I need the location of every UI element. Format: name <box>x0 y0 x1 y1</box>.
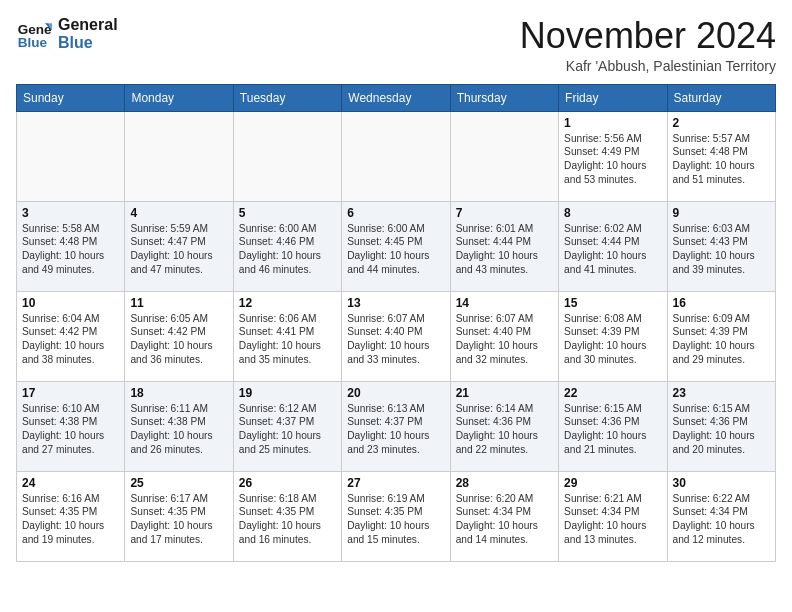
weekday-saturday: Saturday <box>667 84 775 111</box>
title-area: November 2024 Kafr 'Abbush, Palestinian … <box>520 16 776 74</box>
calendar-cell: 14Sunrise: 6:07 AM Sunset: 4:40 PM Dayli… <box>450 291 558 381</box>
calendar-cell: 9Sunrise: 6:03 AM Sunset: 4:43 PM Daylig… <box>667 201 775 291</box>
calendar-cell: 10Sunrise: 6:04 AM Sunset: 4:42 PM Dayli… <box>17 291 125 381</box>
day-info: Sunrise: 6:10 AM Sunset: 4:38 PM Dayligh… <box>22 402 119 457</box>
location: Kafr 'Abbush, Palestinian Territory <box>520 58 776 74</box>
calendar-cell: 28Sunrise: 6:20 AM Sunset: 4:34 PM Dayli… <box>450 471 558 561</box>
day-info: Sunrise: 6:07 AM Sunset: 4:40 PM Dayligh… <box>347 312 444 367</box>
day-info: Sunrise: 6:00 AM Sunset: 4:46 PM Dayligh… <box>239 222 336 277</box>
day-number: 30 <box>673 476 770 490</box>
day-number: 26 <box>239 476 336 490</box>
logo-icon: General Blue <box>16 16 52 52</box>
calendar-row-0: 1Sunrise: 5:56 AM Sunset: 4:49 PM Daylig… <box>17 111 776 201</box>
calendar-row-2: 10Sunrise: 6:04 AM Sunset: 4:42 PM Dayli… <box>17 291 776 381</box>
day-number: 9 <box>673 206 770 220</box>
day-info: Sunrise: 6:18 AM Sunset: 4:35 PM Dayligh… <box>239 492 336 547</box>
day-number: 28 <box>456 476 553 490</box>
calendar-cell: 23Sunrise: 6:15 AM Sunset: 4:36 PM Dayli… <box>667 381 775 471</box>
day-number: 19 <box>239 386 336 400</box>
calendar-cell: 1Sunrise: 5:56 AM Sunset: 4:49 PM Daylig… <box>559 111 667 201</box>
weekday-sunday: Sunday <box>17 84 125 111</box>
day-info: Sunrise: 6:05 AM Sunset: 4:42 PM Dayligh… <box>130 312 227 367</box>
day-info: Sunrise: 6:14 AM Sunset: 4:36 PM Dayligh… <box>456 402 553 457</box>
day-number: 3 <box>22 206 119 220</box>
calendar-cell: 29Sunrise: 6:21 AM Sunset: 4:34 PM Dayli… <box>559 471 667 561</box>
weekday-wednesday: Wednesday <box>342 84 450 111</box>
calendar-cell: 7Sunrise: 6:01 AM Sunset: 4:44 PM Daylig… <box>450 201 558 291</box>
calendar-cell: 6Sunrise: 6:00 AM Sunset: 4:45 PM Daylig… <box>342 201 450 291</box>
day-number: 20 <box>347 386 444 400</box>
day-number: 16 <box>673 296 770 310</box>
calendar-cell: 22Sunrise: 6:15 AM Sunset: 4:36 PM Dayli… <box>559 381 667 471</box>
day-info: Sunrise: 6:16 AM Sunset: 4:35 PM Dayligh… <box>22 492 119 547</box>
day-number: 18 <box>130 386 227 400</box>
day-info: Sunrise: 6:19 AM Sunset: 4:35 PM Dayligh… <box>347 492 444 547</box>
day-number: 25 <box>130 476 227 490</box>
calendar-cell: 17Sunrise: 6:10 AM Sunset: 4:38 PM Dayli… <box>17 381 125 471</box>
day-info: Sunrise: 6:00 AM Sunset: 4:45 PM Dayligh… <box>347 222 444 277</box>
day-info: Sunrise: 6:08 AM Sunset: 4:39 PM Dayligh… <box>564 312 661 367</box>
calendar-table: SundayMondayTuesdayWednesdayThursdayFrid… <box>16 84 776 562</box>
day-info: Sunrise: 6:01 AM Sunset: 4:44 PM Dayligh… <box>456 222 553 277</box>
logo-text-general: General <box>58 16 118 34</box>
calendar-cell <box>233 111 341 201</box>
day-number: 2 <box>673 116 770 130</box>
day-info: Sunrise: 6:21 AM Sunset: 4:34 PM Dayligh… <box>564 492 661 547</box>
day-info: Sunrise: 6:13 AM Sunset: 4:37 PM Dayligh… <box>347 402 444 457</box>
calendar-cell: 3Sunrise: 5:58 AM Sunset: 4:48 PM Daylig… <box>17 201 125 291</box>
day-info: Sunrise: 6:15 AM Sunset: 4:36 PM Dayligh… <box>564 402 661 457</box>
day-info: Sunrise: 6:15 AM Sunset: 4:36 PM Dayligh… <box>673 402 770 457</box>
day-info: Sunrise: 5:58 AM Sunset: 4:48 PM Dayligh… <box>22 222 119 277</box>
day-number: 21 <box>456 386 553 400</box>
day-number: 6 <box>347 206 444 220</box>
day-number: 11 <box>130 296 227 310</box>
day-info: Sunrise: 5:59 AM Sunset: 4:47 PM Dayligh… <box>130 222 227 277</box>
calendar-cell <box>342 111 450 201</box>
calendar-cell: 16Sunrise: 6:09 AM Sunset: 4:39 PM Dayli… <box>667 291 775 381</box>
calendar-cell: 18Sunrise: 6:11 AM Sunset: 4:38 PM Dayli… <box>125 381 233 471</box>
day-info: Sunrise: 6:03 AM Sunset: 4:43 PM Dayligh… <box>673 222 770 277</box>
calendar-row-3: 17Sunrise: 6:10 AM Sunset: 4:38 PM Dayli… <box>17 381 776 471</box>
day-info: Sunrise: 6:06 AM Sunset: 4:41 PM Dayligh… <box>239 312 336 367</box>
calendar-cell: 8Sunrise: 6:02 AM Sunset: 4:44 PM Daylig… <box>559 201 667 291</box>
day-info: Sunrise: 6:02 AM Sunset: 4:44 PM Dayligh… <box>564 222 661 277</box>
day-number: 24 <box>22 476 119 490</box>
day-info: Sunrise: 6:22 AM Sunset: 4:34 PM Dayligh… <box>673 492 770 547</box>
day-number: 4 <box>130 206 227 220</box>
day-info: Sunrise: 6:09 AM Sunset: 4:39 PM Dayligh… <box>673 312 770 367</box>
day-info: Sunrise: 6:11 AM Sunset: 4:38 PM Dayligh… <box>130 402 227 457</box>
day-number: 23 <box>673 386 770 400</box>
calendar-cell: 20Sunrise: 6:13 AM Sunset: 4:37 PM Dayli… <box>342 381 450 471</box>
day-number: 5 <box>239 206 336 220</box>
calendar-cell: 12Sunrise: 6:06 AM Sunset: 4:41 PM Dayli… <box>233 291 341 381</box>
day-number: 17 <box>22 386 119 400</box>
day-info: Sunrise: 6:17 AM Sunset: 4:35 PM Dayligh… <box>130 492 227 547</box>
day-number: 12 <box>239 296 336 310</box>
calendar-cell: 30Sunrise: 6:22 AM Sunset: 4:34 PM Dayli… <box>667 471 775 561</box>
weekday-header-row: SundayMondayTuesdayWednesdayThursdayFrid… <box>17 84 776 111</box>
day-number: 15 <box>564 296 661 310</box>
day-number: 7 <box>456 206 553 220</box>
day-number: 13 <box>347 296 444 310</box>
calendar-cell <box>125 111 233 201</box>
svg-text:Blue: Blue <box>18 35 48 50</box>
weekday-tuesday: Tuesday <box>233 84 341 111</box>
day-info: Sunrise: 5:57 AM Sunset: 4:48 PM Dayligh… <box>673 132 770 187</box>
calendar-cell: 11Sunrise: 6:05 AM Sunset: 4:42 PM Dayli… <box>125 291 233 381</box>
header: General Blue General Blue November 2024 … <box>16 16 776 74</box>
calendar-cell: 19Sunrise: 6:12 AM Sunset: 4:37 PM Dayli… <box>233 381 341 471</box>
calendar-cell: 2Sunrise: 5:57 AM Sunset: 4:48 PM Daylig… <box>667 111 775 201</box>
day-info: Sunrise: 6:20 AM Sunset: 4:34 PM Dayligh… <box>456 492 553 547</box>
day-number: 22 <box>564 386 661 400</box>
calendar-cell <box>450 111 558 201</box>
logo-text-blue: Blue <box>58 34 118 52</box>
day-info: Sunrise: 6:04 AM Sunset: 4:42 PM Dayligh… <box>22 312 119 367</box>
weekday-monday: Monday <box>125 84 233 111</box>
day-number: 29 <box>564 476 661 490</box>
calendar-cell: 26Sunrise: 6:18 AM Sunset: 4:35 PM Dayli… <box>233 471 341 561</box>
day-info: Sunrise: 5:56 AM Sunset: 4:49 PM Dayligh… <box>564 132 661 187</box>
calendar-cell <box>17 111 125 201</box>
calendar-cell: 4Sunrise: 5:59 AM Sunset: 4:47 PM Daylig… <box>125 201 233 291</box>
weekday-thursday: Thursday <box>450 84 558 111</box>
calendar-cell: 13Sunrise: 6:07 AM Sunset: 4:40 PM Dayli… <box>342 291 450 381</box>
